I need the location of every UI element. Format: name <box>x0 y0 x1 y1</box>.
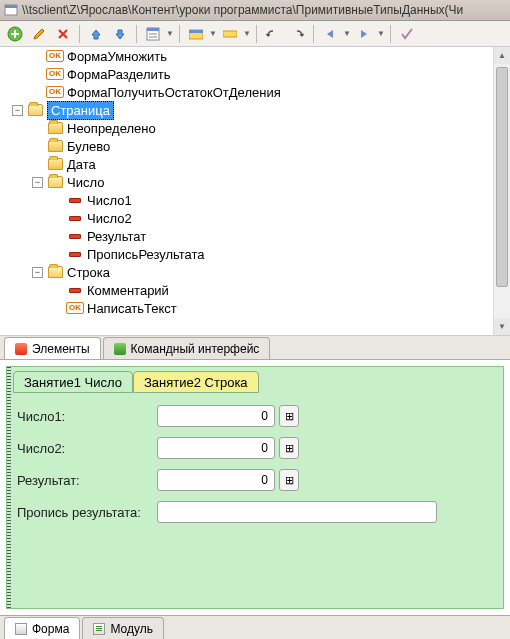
calculator-button[interactable]: ⊞ <box>279 469 299 491</box>
tree-row[interactable]: Дата <box>0 155 510 173</box>
inner-tabs: Занятие1 Число Занятие2 Строка <box>7 367 503 393</box>
scroll-thumb[interactable] <box>496 67 508 287</box>
field-icon <box>67 247 83 261</box>
dropdown-icon[interactable]: ▼ <box>209 29 217 38</box>
tree-label: ФормаПолучитьОстатокОтДеления <box>67 85 281 100</box>
tree-label: Неопределено <box>67 121 156 136</box>
calculator-button[interactable]: ⊞ <box>279 405 299 427</box>
check-button[interactable] <box>396 23 418 45</box>
toolbar: ▼ ▼ ▼ ▼ ▼ <box>0 21 510 47</box>
add-button[interactable] <box>4 23 26 45</box>
next-button[interactable] <box>353 23 375 45</box>
inner-tab-2[interactable]: Занятие2 Строка <box>133 371 259 393</box>
form-body: Число1: ⊞ Число2: ⊞ Результат: ⊞ Пропись… <box>7 393 503 545</box>
scroll-up-icon[interactable]: ▲ <box>494 47 510 64</box>
tab-label: Модуль <box>110 622 153 636</box>
tree-row[interactable]: −Число <box>0 173 510 191</box>
ok-badge-icon: OK <box>47 49 63 63</box>
tree-label: НаписатьТекст <box>87 301 177 316</box>
svg-rect-8 <box>189 30 203 33</box>
ok-badge-icon: OK <box>67 301 83 315</box>
propis-input[interactable] <box>157 501 437 523</box>
svg-rect-9 <box>223 31 237 37</box>
form-preview: Занятие1 Число Занятие2 Строка Число1: ⊞… <box>0 360 510 615</box>
move-down-button[interactable] <box>109 23 131 45</box>
titlebar-path: \\tsclient\Z\Ярослав\Контент\уроки прогр… <box>22 3 463 17</box>
delete-button[interactable] <box>52 23 74 45</box>
tree-row[interactable]: Число2 <box>0 209 510 227</box>
move-up-button[interactable] <box>85 23 107 45</box>
ok-badge-icon: OK <box>47 67 63 81</box>
tree-label: ПрописьРезультата <box>87 247 205 262</box>
tab-command-interface[interactable]: Командный интерфейс <box>103 337 271 359</box>
folder-open-icon <box>47 265 63 279</box>
tree-label: Число2 <box>87 211 132 226</box>
tree-view[interactable]: OKФормаУмножитьOKФормаРазделитьOKФормаПо… <box>0 47 510 336</box>
tree-label: Число <box>67 175 104 190</box>
tree-label: Результат <box>87 229 146 244</box>
tree-row[interactable]: Комментарий <box>0 281 510 299</box>
tree-row[interactable]: Результат <box>0 227 510 245</box>
dropdown-icon[interactable]: ▼ <box>243 29 251 38</box>
collapse-icon[interactable]: − <box>32 177 43 188</box>
tree-row[interactable]: OKФормаПолучитьОстатокОтДеления <box>0 83 510 101</box>
svg-rect-1 <box>5 5 17 8</box>
group-button[interactable] <box>185 23 207 45</box>
field-icon <box>67 229 83 243</box>
ruler <box>7 367 11 608</box>
folder-icon <box>47 157 63 171</box>
props-button[interactable] <box>142 23 164 45</box>
window-icon <box>4 3 18 17</box>
scrollbar-vertical[interactable]: ▲ ▼ <box>493 47 510 335</box>
tab-module[interactable]: Модуль <box>82 617 164 639</box>
dropdown-icon[interactable]: ▼ <box>343 29 351 38</box>
tree-label: Комментарий <box>87 283 169 298</box>
dropdown-icon[interactable]: ▼ <box>377 29 385 38</box>
collapse-icon[interactable]: − <box>32 267 43 278</box>
redo-button[interactable] <box>286 23 308 45</box>
tree-row[interactable]: ПрописьРезультата <box>0 245 510 263</box>
tree-row[interactable]: −Строка <box>0 263 510 281</box>
bottom-tabs: Форма Модуль <box>0 615 510 639</box>
tree-row[interactable]: OKФормаУмножить <box>0 47 510 65</box>
prev-button[interactable] <box>319 23 341 45</box>
form-icon <box>15 623 27 635</box>
tree-row[interactable]: OKНаписатьТекст <box>0 299 510 317</box>
chislo2-input[interactable] <box>157 437 275 459</box>
ok-badge-icon: OK <box>47 85 63 99</box>
titlebar: \\tsclient\Z\Ярослав\Контент\уроки прогр… <box>0 0 510 21</box>
tree-row[interactable]: Булево <box>0 137 510 155</box>
tab-form[interactable]: Форма <box>4 617 80 639</box>
field-row-propis: Пропись результата: <box>17 501 493 523</box>
tree-row[interactable]: OKФормаРазделить <box>0 65 510 83</box>
result-input[interactable] <box>157 469 275 491</box>
collapse-icon[interactable]: − <box>12 105 23 116</box>
tree-label: Страница <box>47 101 114 120</box>
tree-label: Булево <box>67 139 110 154</box>
tree-label: Дата <box>67 157 96 172</box>
tree-label: ФормаУмножить <box>67 49 167 64</box>
folder-open-icon <box>27 103 43 117</box>
field-row-chislo2: Число2: ⊞ <box>17 437 493 459</box>
field-label: Результат: <box>17 473 157 488</box>
tab-label: Элементы <box>32 342 90 356</box>
item-button[interactable] <box>219 23 241 45</box>
folder-icon <box>47 121 63 135</box>
tree-row[interactable]: Неопределено <box>0 119 510 137</box>
field-label: Число2: <box>17 441 157 456</box>
scroll-down-icon[interactable]: ▼ <box>494 318 510 335</box>
undo-button[interactable] <box>262 23 284 45</box>
edit-button[interactable] <box>28 23 50 45</box>
tab-label: Занятие1 Число <box>24 375 122 390</box>
field-icon <box>67 193 83 207</box>
field-label: Число1: <box>17 409 157 424</box>
inner-tab-1[interactable]: Занятие1 Число <box>13 371 133 393</box>
field-label: Пропись результата: <box>17 505 157 520</box>
tree-row[interactable]: Число1 <box>0 191 510 209</box>
tab-elements[interactable]: Элементы <box>4 337 101 359</box>
chislo1-input[interactable] <box>157 405 275 427</box>
dropdown-icon[interactable]: ▼ <box>166 29 174 38</box>
commands-icon <box>114 343 126 355</box>
calculator-button[interactable]: ⊞ <box>279 437 299 459</box>
tree-row[interactable]: −Страница <box>0 101 510 119</box>
